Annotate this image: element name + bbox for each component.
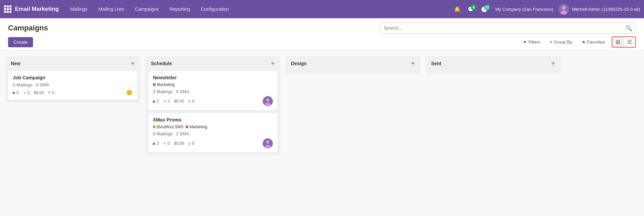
kanban-board: New + Job Campaign 0 Mailings 0 SMS ▶ 0 — [0, 51, 644, 216]
card-metrics: ▶ 0 ★ 0 $0.00 ⊙ 0 — [13, 90, 54, 95]
cursor-metric: ▶ 0 — [13, 90, 19, 95]
menu-campaigns[interactable]: Campaigns — [130, 0, 164, 18]
card-bottom: ▶ 3 ★ 0 $0.00 ⊙ 0 — [153, 138, 273, 148]
eye-icon: ⊙ — [48, 90, 51, 95]
revenue-metric: $0.00 — [174, 99, 184, 104]
kanban-view-button[interactable]: ⊞ — [612, 37, 624, 47]
card-tags: Marketing — [153, 82, 273, 87]
column-header-new: New + — [5, 56, 140, 71]
card-title: Job Campaign — [13, 75, 133, 80]
sms-count: 0 SMS — [176, 89, 189, 94]
mailings-count: 0 Mailings — [13, 82, 33, 87]
favorites-icon: ★ — [582, 39, 586, 45]
eye-icon: ⊙ — [188, 141, 191, 146]
star-metric: ★ 0 — [163, 99, 170, 104]
revenue-metric: $0.00 — [34, 90, 44, 95]
groupby-button[interactable]: ≡ Group By — [546, 38, 576, 46]
filter-icon: ▼ — [523, 39, 527, 45]
filters-button[interactable]: ▼ Filters — [519, 38, 544, 46]
tag-dot-bioutifoul — [153, 126, 156, 128]
card-title: XMas Promo — [153, 117, 273, 123]
bell-button[interactable]: 🔔 — [452, 5, 463, 14]
view-metric: ⊙ 0 — [188, 141, 194, 146]
menu-mailings[interactable]: Mailings — [65, 0, 93, 18]
add-card-sent[interactable]: + — [551, 60, 555, 67]
card-avatar — [263, 96, 273, 106]
card-job-campaign[interactable]: Job Campaign 0 Mailings 0 SMS ▶ 0 ★ 0 — [8, 71, 137, 100]
cursor-metric: ▶ 3 — [153, 141, 159, 146]
view-toggle: ⊞ ☰ — [612, 36, 636, 48]
cursor-icon: ▶ — [153, 141, 156, 146]
search-input[interactable] — [380, 25, 622, 31]
create-button[interactable]: Create — [8, 37, 33, 47]
column-title-new: New — [11, 61, 21, 66]
column-cards-sent — [426, 71, 560, 74]
filter-bar: ▼ Filters ≡ Group By ★ Favorites — [519, 38, 609, 46]
card-emoji: 🙂 — [126, 89, 133, 96]
star-metric: ★ 0 — [163, 141, 170, 146]
column-header-sent: Sent + — [426, 56, 560, 71]
card-xmas-promo[interactable]: XMas Promo Bioutifoul SMS Marketing 0 Ma… — [148, 113, 278, 153]
cursor-metric: ▶ 3 — [153, 99, 159, 104]
kanban-column-new: New + Job Campaign 0 Mailings 0 SMS ▶ 0 — [5, 56, 140, 103]
svg-point-4 — [266, 98, 269, 102]
card-avatar — [263, 138, 273, 148]
card-bottom: ▶ 3 ★ 0 $0.00 ⊙ 0 — [153, 96, 273, 106]
add-card-schedule[interactable]: + — [271, 60, 275, 67]
add-card-design[interactable]: + — [411, 60, 415, 67]
menu-mailing-lists[interactable]: Mailing Lists — [93, 0, 130, 18]
column-cards-new: Job Campaign 0 Mailings 0 SMS ▶ 0 ★ 0 — [5, 71, 140, 103]
tag-dot-marketing — [153, 83, 156, 86]
star-icon: ★ — [163, 99, 167, 104]
search-bar: 🔍 — [380, 22, 636, 34]
user-avatar[interactable] — [558, 4, 569, 15]
page-title: Campaigns — [8, 24, 48, 32]
view-metric: ⊙ 0 — [48, 90, 54, 95]
card-title: Newsletter — [153, 75, 273, 80]
eye-icon: ⊙ — [188, 99, 191, 104]
sms-count: 2 SMS — [176, 131, 189, 136]
list-view-button[interactable]: ☰ — [624, 37, 635, 47]
kanban-column-schedule: Schedule + Newsletter Marketing 3 Mailin… — [146, 56, 280, 155]
messages-badge: 6 — [471, 5, 476, 10]
page-header: Campaigns 🔍 Create ▼ Filters ≡ Group By … — [0, 18, 644, 51]
grid-view-icon: ⊞ — [616, 39, 620, 45]
card-metrics: ▶ 3 ★ 0 $0.00 ⊙ 0 — [153, 99, 194, 104]
apps-icon[interactable] — [4, 5, 11, 13]
tag-marketing: Marketing — [153, 82, 175, 87]
card-newsletter[interactable]: Newsletter Marketing 3 Mailings 0 SMS ▶ — [148, 71, 278, 110]
view-metric: ⊙ 0 — [188, 99, 194, 104]
tag-marketing-2: Marketing — [186, 125, 207, 129]
revenue-metric: $0.00 — [174, 141, 184, 146]
column-header-schedule: Schedule + — [146, 56, 280, 71]
menu-configuration[interactable]: Configuration — [195, 0, 234, 18]
activities-button[interactable]: 🕐 22 — [479, 5, 490, 14]
card-metrics: ▶ 3 ★ 0 $0.00 ⊙ 0 — [153, 141, 194, 146]
messages-button[interactable]: 💬 6 — [465, 5, 476, 14]
activities-badge: 22 — [484, 5, 490, 10]
favorites-button[interactable]: ★ Favorites — [578, 38, 609, 46]
header-bottom-row: Create ▼ Filters ≡ Group By ★ Favorites … — [8, 36, 636, 50]
bell-icon: 🔔 — [454, 6, 461, 12]
svg-point-7 — [266, 140, 269, 144]
column-cards-design — [286, 71, 420, 74]
card-tags: Bioutifoul SMS Marketing — [153, 125, 273, 129]
search-button[interactable]: 🔍 — [622, 25, 636, 31]
brand-area: Email Marketing — [4, 5, 59, 13]
star-metric: ★ 0 — [23, 90, 30, 95]
card-counts: 0 Mailings 2 SMS — [153, 131, 273, 136]
column-title-schedule: Schedule — [151, 61, 172, 66]
card-counts: 3 Mailings 0 SMS — [153, 89, 273, 94]
user-name: Mitchell Admin (11395225-15-0-all) — [572, 7, 640, 12]
svg-point-1 — [562, 6, 566, 10]
tag-dot-marketing-2 — [186, 126, 188, 128]
add-card-new[interactable]: + — [131, 60, 135, 67]
groupby-icon: ≡ — [550, 39, 552, 45]
sms-count: 0 SMS — [36, 82, 49, 87]
header-top-row: Campaigns 🔍 — [8, 22, 636, 34]
card-bottom: ▶ 0 ★ 0 $0.00 ⊙ 0 — [13, 89, 133, 96]
menu-reporting[interactable]: Reporting — [164, 0, 196, 18]
mailings-count: 0 Mailings — [153, 131, 173, 136]
tag-bioutifoul: Bioutifoul SMS — [153, 125, 184, 129]
column-cards-schedule: Newsletter Marketing 3 Mailings 0 SMS ▶ — [146, 71, 280, 155]
